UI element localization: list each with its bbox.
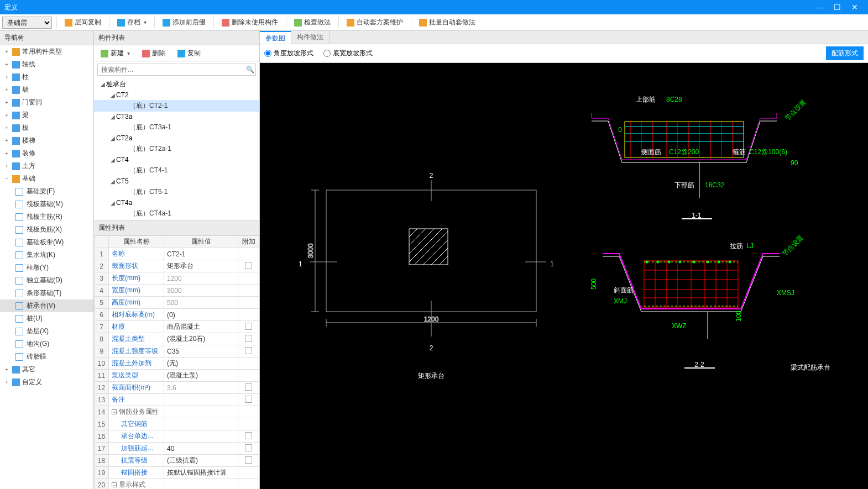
tree-item[interactable]: （底）CT2-1 [94, 100, 259, 112]
property-row[interactable]: 11 泵送类型 (混凝土泵) [95, 370, 259, 382]
checkbox[interactable] [245, 335, 252, 342]
prop-value[interactable]: 3.6 [164, 382, 238, 394]
tree-item[interactable]: （底）CT3a-1 [94, 122, 259, 133]
property-row[interactable]: 17 加强筋起... 40 [95, 443, 259, 455]
property-row[interactable]: 10 混凝土外加剂 (无) [95, 357, 259, 370]
nav-child[interactable]: 筏板基础(M) [0, 198, 93, 211]
prop-add[interactable] [238, 479, 259, 490]
property-row[interactable]: 2 截面形状 矩形承台 [95, 260, 259, 272]
new-button[interactable]: 新建▾ [97, 48, 133, 59]
tree-item[interactable]: ◢CT3a [94, 112, 259, 122]
prop-value[interactable] [164, 479, 238, 490]
prop-add[interactable] [238, 333, 259, 345]
property-row[interactable]: 8 混凝土类型 (混凝土20石) [95, 333, 259, 345]
nav-group[interactable]: +轴线 [0, 58, 93, 71]
prop-value[interactable]: (0) [164, 309, 238, 321]
prop-value[interactable] [164, 430, 238, 443]
prop-add[interactable] [238, 309, 259, 321]
property-row[interactable]: 7 材质 商品混凝土 [95, 321, 259, 333]
nav-group[interactable]: +墙 [0, 83, 93, 96]
prop-add[interactable] [238, 406, 259, 418]
save-button[interactable]: 存档▾ [114, 17, 150, 28]
prop-value[interactable]: 矩形承台 [164, 260, 238, 272]
prop-value[interactable]: 40 [164, 443, 238, 455]
property-row[interactable]: 16 承台单边... [95, 430, 259, 443]
property-row[interactable]: 4 宽度(mm) 3000 [95, 285, 259, 297]
auto-plan-button[interactable]: 自动套方案维护 [343, 17, 406, 28]
prop-add[interactable] [238, 370, 259, 382]
prop-value[interactable]: CT2-1 [164, 248, 238, 260]
prop-add[interactable] [238, 321, 259, 333]
nav-child[interactable]: 集水坑(K) [0, 249, 93, 261]
checkbox[interactable] [245, 383, 252, 391]
nav-child[interactable]: 基础板带(W) [0, 236, 93, 249]
delete-button[interactable]: 删除 [139, 48, 169, 59]
prop-add[interactable] [238, 345, 259, 357]
checkbox[interactable] [245, 432, 252, 439]
nav-group[interactable]: −基础 [0, 172, 93, 185]
search-icon[interactable]: 🔍 [244, 66, 255, 73]
property-row[interactable]: 12 截面面积(m²) 3.6 [95, 382, 259, 394]
prop-add[interactable] [238, 467, 259, 479]
prop-add[interactable] [238, 455, 259, 467]
component-tree[interactable]: ◢桩承台◢CT2（底）CT2-1◢CT3a（底）CT3a-1◢CT2a（底）CT… [94, 77, 259, 220]
property-row[interactable]: 1 名称 CT2-1 [95, 248, 259, 260]
prop-add[interactable] [238, 248, 259, 260]
nav-group[interactable]: +常用构件类型 [0, 45, 93, 58]
nav-child[interactable]: 桩承台(V) [0, 299, 93, 312]
nav-child[interactable]: 筏板负筋(X) [0, 223, 93, 236]
prop-value[interactable] [164, 418, 238, 430]
close-button[interactable]: ✕ [846, 3, 864, 12]
tree-item[interactable]: ◢CT4 [94, 155, 259, 165]
checkbox[interactable] [245, 323, 252, 330]
delete-unused-button[interactable]: 删除未使用构件 [218, 17, 281, 28]
prop-add[interactable] [238, 382, 259, 394]
prop-value[interactable]: (混凝土20石) [164, 333, 238, 345]
prop-add[interactable] [238, 418, 259, 430]
nav-tree[interactable]: +常用构件类型+轴线+柱+墙+门窗洞+梁+板+楼梯+装修+土方−基础基础梁(F)… [0, 45, 93, 489]
property-row[interactable]: 3 长度(mm) 1200 [95, 272, 259, 285]
tab-method[interactable]: 构件做法 [291, 31, 330, 44]
prop-value[interactable]: (无) [164, 357, 238, 370]
prop-add[interactable] [238, 394, 259, 406]
checkbox[interactable] [245, 347, 252, 354]
tree-item[interactable]: （底）CT2a-1 [94, 143, 259, 155]
nav-group[interactable]: +其它 [0, 363, 93, 376]
prop-add[interactable] [238, 285, 259, 297]
checkbox[interactable] [245, 262, 252, 269]
prop-add[interactable] [238, 357, 259, 370]
nav-child[interactable]: 独立基础(D) [0, 274, 93, 287]
tab-param[interactable]: 参数图 [260, 31, 291, 44]
minimize-button[interactable]: — [811, 3, 828, 12]
prop-add[interactable] [238, 297, 259, 309]
prop-value[interactable] [164, 394, 238, 406]
tree-item[interactable]: ◢桩承台 [94, 78, 259, 90]
tree-item[interactable]: （底）CT4-1 [94, 165, 259, 176]
nav-group[interactable]: +柱 [0, 71, 93, 83]
radio-width[interactable]: 底宽放坡形式 [323, 49, 373, 58]
nav-child[interactable]: 柱墩(Y) [0, 261, 93, 274]
diagram-canvas[interactable]: 1200 3000 2 2 1 1 矩 [260, 63, 868, 489]
checkbox[interactable] [245, 396, 252, 403]
property-row[interactable]: 18 抗震等级 (三级抗震) [95, 455, 259, 467]
nav-child[interactable]: 筏板主筋(R) [0, 211, 93, 223]
tree-item[interactable]: ◢CT2a [94, 133, 259, 143]
property-row[interactable]: 15 其它钢筋 [95, 418, 259, 430]
prop-add[interactable] [238, 272, 259, 285]
maximize-button[interactable]: ☐ [828, 3, 846, 12]
property-table[interactable]: 属性名称 属性值 附加 1 名称 CT2-1 2 截面形状 矩形承台 3 长度(… [94, 235, 259, 489]
property-row[interactable]: 19 锚固搭接 按默认锚固搭接计算 [95, 467, 259, 479]
search-input[interactable] [98, 64, 244, 75]
property-row[interactable]: 9 混凝土强度等级 C35 [95, 345, 259, 357]
copy-floor-button[interactable]: 层间复制 [61, 17, 104, 28]
property-row[interactable]: 5 高度(mm) 500 [95, 297, 259, 309]
nav-group[interactable]: +梁 [0, 109, 93, 122]
tree-item[interactable]: ◢CT2 [94, 90, 259, 100]
prop-value[interactable]: 按默认锚固搭接计算 [164, 467, 238, 479]
prop-value[interactable]: C35 [164, 345, 238, 357]
property-row[interactable]: 13 备注 [95, 394, 259, 406]
nav-child[interactable]: 基础梁(F) [0, 185, 93, 198]
check-button[interactable]: 检查做法 [291, 17, 334, 28]
search-box[interactable]: 🔍 [97, 64, 256, 76]
property-row[interactable]: 14 −钢筋业务属性 [95, 406, 259, 418]
